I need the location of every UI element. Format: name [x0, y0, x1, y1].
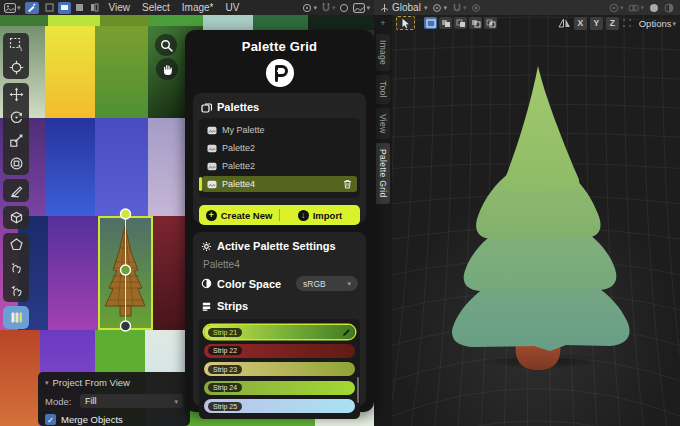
- merge-objects-checkbox[interactable]: ✓: [45, 414, 56, 425]
- magnet-icon: [321, 3, 331, 13]
- viewport-3d[interactable]: [392, 15, 680, 426]
- tab-view[interactable]: View: [376, 108, 390, 139]
- paint-mode-button[interactable]: [25, 2, 39, 14]
- pivot-point-dropdown[interactable]: ▾: [302, 3, 317, 13]
- import-label: Import: [313, 210, 343, 221]
- editor-type-dropdown[interactable]: ▾: [4, 3, 21, 13]
- viewport-header: Global ▾ ▾ ▾ ▾ ▾: [374, 0, 680, 15]
- palette-name: My Palette: [222, 125, 265, 135]
- mirror-x-button[interactable]: X: [574, 17, 587, 30]
- tree-tier1: [504, 66, 580, 191]
- tool-tweak-b[interactable]: [3, 279, 29, 302]
- view-object-types-dropdown[interactable]: ▾: [609, 3, 624, 13]
- image-icon: [207, 144, 217, 153]
- tool-poly-build[interactable]: [3, 233, 29, 256]
- tool-rotate[interactable]: [3, 106, 29, 129]
- mirror-y-button[interactable]: Y: [590, 17, 603, 30]
- select-mode-subtract[interactable]: [454, 17, 467, 29]
- tab-image[interactable]: Image: [376, 34, 390, 71]
- tool-cursor[interactable]: [3, 56, 29, 79]
- magnifier-icon: [160, 39, 173, 52]
- active-tool-button[interactable]: [396, 16, 415, 30]
- tool-tweak-a[interactable]: [3, 256, 29, 279]
- tool-move[interactable]: [3, 83, 29, 106]
- selected-uv-cell[interactable]: [98, 216, 153, 330]
- tool-transform[interactable]: [3, 152, 29, 175]
- zoom-gizmo[interactable]: [155, 34, 177, 56]
- palette-row[interactable]: My Palette: [202, 122, 357, 138]
- overlays-dropdown[interactable]: ▾: [628, 3, 644, 13]
- mirror-z-button[interactable]: Z: [606, 17, 619, 30]
- import-arrow-icon: ↓: [298, 210, 309, 221]
- strip-row[interactable]: Strip 25: [204, 399, 355, 413]
- menu-view[interactable]: View: [105, 2, 135, 13]
- palette-row-selected[interactable]: Palette4: [202, 176, 357, 192]
- color-space-select[interactable]: sRGB ▾: [296, 276, 358, 291]
- menu-uv[interactable]: UV: [222, 2, 244, 13]
- uv-select-mode-vertex[interactable]: [43, 2, 56, 14]
- tab-palette-grid[interactable]: Palette Grid: [376, 143, 390, 203]
- palette-cell: [95, 118, 148, 216]
- edit-pencil-icon[interactable]: [342, 328, 351, 337]
- tool-scale[interactable]: [3, 129, 29, 152]
- tree-model[interactable]: [428, 64, 648, 374]
- select-mode-intersect[interactable]: [484, 17, 497, 29]
- chevron-down-icon: ▾: [332, 4, 336, 11]
- strip-row[interactable]: Strip 24: [204, 381, 355, 395]
- palettes-section: Palettes My Palette Palette2 Palette2 P: [193, 93, 366, 223]
- trash-icon[interactable]: [343, 179, 352, 189]
- shading-solid-button[interactable]: [649, 3, 659, 13]
- create-new-button[interactable]: + Create New: [199, 210, 279, 221]
- project-panel-header[interactable]: ▾ Project From View: [45, 377, 183, 388]
- pivot-dropdown[interactable]: ▾: [432, 3, 447, 13]
- project-from-view-panel: ▾ Project From View Mode: Fill ▾ ✓ Merge…: [38, 372, 190, 426]
- brush-icon: [27, 3, 36, 12]
- chevron-down-icon: ▾: [313, 4, 317, 11]
- orientation-dropdown[interactable]: Global ▾: [380, 2, 427, 13]
- chevron-down-icon: ▾: [174, 398, 178, 405]
- uv-select-mode-edge[interactable]: [58, 2, 71, 14]
- palette-cell: [203, 15, 253, 30]
- project-panel-title: Project From View: [53, 377, 130, 388]
- tool-select-box[interactable]: [3, 33, 29, 56]
- strip-row[interactable]: Strip 22: [204, 344, 355, 358]
- gradient-handle-bottom[interactable]: [121, 321, 131, 331]
- snap-toggle-dropdown[interactable]: ▾: [452, 3, 467, 13]
- gradient-handle-mid[interactable]: [121, 265, 131, 275]
- palette-cell: [48, 15, 100, 26]
- import-button[interactable]: ↓ Import: [280, 210, 360, 221]
- snap-dropdown[interactable]: ▾: [321, 3, 336, 13]
- select-mode-new[interactable]: [424, 17, 437, 29]
- palette-row[interactable]: Palette2: [202, 158, 357, 174]
- image-browse-dropdown[interactable]: ▾: [353, 3, 370, 13]
- select-mode-extend[interactable]: [439, 17, 452, 29]
- tool-add-cube[interactable]: [3, 206, 29, 229]
- strip-row[interactable]: Strip 23: [204, 362, 355, 376]
- options-label: Options: [639, 18, 672, 29]
- select-mode-invert[interactable]: [469, 17, 482, 29]
- chevron-down-icon: ▾: [366, 4, 370, 11]
- add-tab-hint[interactable]: +: [380, 18, 385, 30]
- palette-row[interactable]: Palette2: [202, 140, 357, 156]
- shading-rendered-button[interactable]: [664, 3, 674, 13]
- snap-grid-icon-button[interactable]: [622, 18, 632, 28]
- tool-annotate[interactable]: [3, 179, 29, 202]
- dot-grid-icon: [622, 18, 632, 28]
- strip-row-selected[interactable]: Strip 21: [204, 325, 355, 339]
- mode-select[interactable]: Fill ▾: [80, 394, 183, 408]
- tool-palette-grid[interactable]: [3, 306, 29, 329]
- tab-tool[interactable]: Tool: [376, 75, 390, 104]
- mirror-toggle[interactable]: [558, 18, 571, 28]
- shading-sphere-icon: [649, 3, 659, 13]
- proportional-edit-button[interactable]: [471, 3, 481, 13]
- options-dropdown[interactable]: Options ▾: [639, 18, 676, 29]
- gradient-handle-top[interactable]: [121, 209, 131, 219]
- strips-scrollbar[interactable]: [357, 377, 360, 403]
- uv-select-mode-island[interactable]: [88, 2, 101, 14]
- proportional-edit-button[interactable]: [339, 3, 349, 13]
- menu-select[interactable]: Select: [138, 2, 174, 13]
- uv-select-mode-face[interactable]: [73, 2, 86, 14]
- pan-gizmo[interactable]: [156, 58, 178, 80]
- menu-image[interactable]: Image*: [178, 2, 218, 13]
- palette-grid-logo-icon: [265, 58, 295, 88]
